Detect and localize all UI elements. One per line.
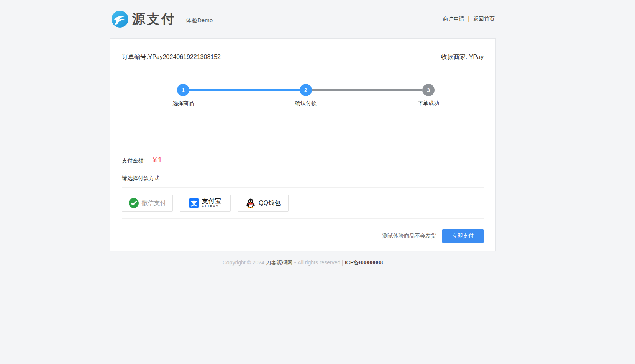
merchant-name: YPay	[469, 54, 484, 60]
alipay-button[interactable]: 支 支付宝 ALIPAY	[180, 195, 231, 212]
brand: 源支付 体验Demo	[111, 10, 213, 28]
page-container: 源支付 体验Demo 商户申请 | 返回首页 订单编号:YPay20240619…	[110, 0, 496, 282]
step-3-circle: 3	[422, 84, 435, 96]
amount-row: 支付金额: ¥1	[122, 155, 484, 164]
test-note: 测试体验商品不会发货	[382, 233, 436, 239]
copyright-middle: - All rights reserved |	[294, 259, 343, 266]
method-select-label: 请选择付款方式	[122, 175, 484, 188]
wechat-pay-button[interactable]: 微信支付	[122, 195, 173, 212]
wechat-pay-label: 微信支付	[142, 199, 166, 207]
order-number-label: 订单编号:	[122, 54, 148, 60]
progress-steps: 1 选择商品 2 确认付款 3 下单成功	[122, 84, 490, 114]
step-1-circle: 1	[177, 84, 189, 96]
site-link[interactable]: 刀客源码网	[266, 259, 293, 266]
currency-symbol: ¥	[153, 155, 158, 164]
step-confirm-payment: 2 确认付款	[244, 84, 367, 107]
step-select-product: 1 选择商品	[122, 84, 244, 107]
demo-label: 体验Demo	[186, 17, 213, 24]
merchant-info: 收款商家: YPay	[441, 53, 484, 61]
order-number: 订单编号:YPay20240619221308152	[122, 53, 221, 61]
alipay-label: 支付宝	[202, 198, 222, 204]
copyright-prefix: Copyright © 2024	[223, 259, 264, 266]
qq-wallet-button[interactable]: QQ钱包	[238, 195, 289, 212]
alipay-icon: 支	[189, 198, 199, 208]
alipay-wordmark: 支付宝 ALIPAY	[202, 198, 222, 208]
qq-wallet-label: QQ钱包	[259, 199, 281, 207]
merchant-apply-link[interactable]: 商户申请	[443, 16, 464, 22]
back-home-link[interactable]: 返回首页	[473, 16, 495, 22]
alipay-sublabel: ALIPAY	[202, 205, 222, 208]
merchant-label: 收款商家:	[441, 54, 467, 60]
top-nav: 商户申请 | 返回首页	[443, 16, 495, 23]
header: 源支付 体验Demo 商户申请 | 返回首页	[110, 0, 496, 38]
icp-link[interactable]: ICP备88888888	[345, 259, 383, 266]
payment-card: 订单编号:YPay20240619221308152 收款商家: YPay 1 …	[110, 38, 496, 251]
payment-methods: 微信支付 支 支付宝 ALIPAY	[122, 195, 484, 212]
step-1-label: 选择商品	[172, 100, 194, 107]
logo-wordmark: 源支付	[132, 10, 176, 28]
amount-value: ¥1	[153, 155, 163, 164]
footer: Copyright © 2024 刀客源码网 - All rights rese…	[110, 259, 496, 282]
step-2-circle: 2	[300, 84, 312, 96]
step-3-label: 下单成功	[418, 100, 439, 107]
order-row: 订单编号:YPay20240619221308152 收款商家: YPay	[122, 53, 484, 70]
methods-divider	[122, 218, 484, 219]
qq-wallet-icon	[246, 198, 256, 208]
nav-separator: |	[468, 16, 469, 22]
step-order-success: 3 下单成功	[367, 84, 490, 107]
steps-row: 1 选择商品 2 确认付款 3 下单成功	[122, 84, 490, 107]
amount-label: 支付金额:	[122, 157, 145, 164]
pay-now-button[interactable]: 立即支付	[442, 229, 484, 243]
order-number-value: YPay20240619221308152	[148, 54, 221, 60]
ypay-logo-icon	[111, 10, 129, 28]
step-2-label: 确认付款	[295, 100, 317, 107]
checkout-row: 测试体验商品不会发货 立即支付	[122, 229, 484, 243]
amount-number: 1	[158, 155, 163, 164]
wechat-pay-icon	[129, 198, 139, 208]
